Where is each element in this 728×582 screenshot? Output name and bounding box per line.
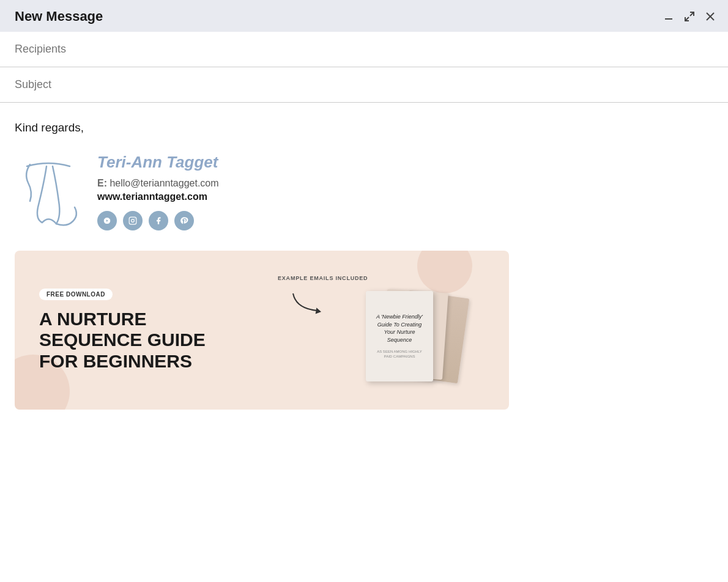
- subject-input[interactable]: [15, 78, 713, 91]
- signature-email-label: E:: [97, 178, 107, 188]
- banner-title-line2: SEQUENCE GUIDE: [39, 330, 206, 350]
- book-front-title: A 'Newbie Friendly' Guide To Creating Yo…: [372, 313, 427, 344]
- book-front-subtitle: AS SEEN AMONG HIGHLYPAID CAMPAIGNS: [377, 350, 422, 359]
- svg-rect-5: [129, 217, 136, 224]
- book-front: A 'Newbie Friendly' Guide To Creating Yo…: [366, 291, 433, 381]
- banner-right-content: EXAMPLE EMAILS INCLUDED A Look...: [272, 251, 509, 410]
- minimize-button[interactable]: [663, 11, 674, 22]
- salutation-text: Kind regards,: [15, 121, 713, 134]
- signature-email-value: hello@terianntagget.com: [110, 178, 218, 188]
- recipients-input[interactable]: [15, 43, 713, 56]
- signature-logo: [15, 149, 85, 231]
- instagram-icon[interactable]: [123, 211, 143, 230]
- subject-row: [0, 67, 728, 103]
- promotional-banner: FREE DOWNLOAD A NURTURE SEQUENCE GUIDE F…: [15, 251, 509, 410]
- expand-icon: [684, 11, 695, 22]
- signature-monogram-svg: [15, 149, 85, 229]
- svg-point-7: [135, 218, 135, 219]
- titlebar: New Message: [0, 0, 728, 32]
- banner-title: A NURTURE SEQUENCE GUIDE FOR BEGINNERS: [39, 309, 259, 372]
- close-button[interactable]: [705, 11, 716, 22]
- example-emails-label: EXAMPLE EMAILS INCLUDED: [278, 275, 368, 281]
- free-download-badge: FREE DOWNLOAD: [39, 289, 113, 300]
- banner-title-line1: A NURTURE: [39, 309, 147, 329]
- email-signature: Teri-Ann Tagget E: hello@terianntagget.c…: [15, 149, 713, 231]
- recipients-row: [0, 32, 728, 67]
- close-icon: [705, 11, 716, 22]
- youtube-icon[interactable]: [97, 211, 117, 230]
- expand-button[interactable]: [684, 11, 695, 22]
- facebook-icon[interactable]: [149, 211, 168, 230]
- pinterest-icon[interactable]: [174, 211, 194, 230]
- banner-arrow-icon: [290, 287, 327, 323]
- compose-body: Kind regards,: [0, 103, 728, 582]
- window-controls: [663, 11, 716, 22]
- minimize-icon: [663, 11, 674, 22]
- signature-info: Teri-Ann Tagget E: hello@terianntagget.c…: [97, 149, 219, 230]
- signature-name: Teri-Ann Tagget: [97, 153, 219, 172]
- compose-window: New Message: [0, 0, 728, 582]
- signature-email-line: E: hello@terianntagget.com: [97, 178, 219, 189]
- banner-title-line3: FOR BEGINNERS: [39, 351, 192, 371]
- window-title: New Message: [15, 9, 103, 24]
- svg-point-6: [132, 219, 135, 223]
- social-icons-row: [97, 211, 219, 230]
- banner-left-content: FREE DOWNLOAD A NURTURE SEQUENCE GUIDE F…: [15, 251, 272, 410]
- book-stack: A Look... A 'Newbie Friendly' Guide To C…: [366, 291, 433, 381]
- signature-website: www.terianntagget.com: [97, 191, 219, 202]
